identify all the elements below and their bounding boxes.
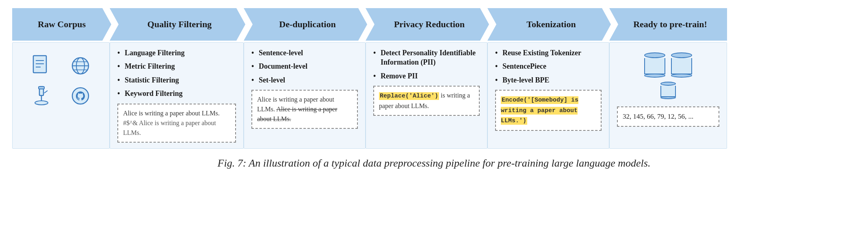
step-privacy-title: Privacy Reduction [394, 19, 465, 30]
document-icon [32, 55, 51, 81]
list-item: Language Filtering [117, 48, 236, 58]
svg-point-14 [72, 88, 89, 104]
microscope-icon [32, 85, 51, 111]
step-privacy-header: Privacy Reduction [366, 8, 489, 41]
svg-point-12 [35, 101, 48, 105]
step-ready: Ready to pre-train! [609, 8, 727, 149]
list-item: Keyword Filtering [117, 89, 236, 98]
cyl-top [644, 52, 665, 58]
step-quality-title: Quality Filtering [147, 19, 212, 30]
cylinder-2 [671, 52, 692, 78]
step-privacy-list: Detect Personality Identifiable Informat… [373, 48, 480, 81]
list-item: SentencePiece [495, 62, 602, 71]
list-item: Detect Personality Identifiable Informat… [373, 48, 480, 67]
ready-numbers-text: 32, 145, 66, 79, 12, 56, ... [623, 113, 693, 120]
list-item: Remove PII [373, 72, 480, 81]
tokenization-example-box: Encode('[Somebody] is writing a paper ab… [495, 90, 602, 131]
step-tokenization-body: Reuse Existing Tokenizer SentencePiece B… [487, 42, 609, 149]
step-raw-body [12, 42, 110, 149]
cyl-top [671, 52, 692, 58]
raw-icons-grid [20, 48, 102, 118]
step-ready-header: Ready to pre-train! [609, 8, 727, 41]
step-dedup-list: Sentence-level Document-level Set-level [251, 48, 358, 85]
list-item: Statistic Filtering [117, 76, 236, 85]
step-ready-body: 32, 145, 66, 79, 12, 56, ... [609, 42, 727, 149]
quality-example-text1: Alice is writing a paper about LLMs. [123, 110, 220, 117]
db-row-bottom [660, 82, 676, 99]
step-privacy-body: Detect Personality Identifiable Informat… [366, 42, 487, 149]
step-tokenization-list: Reuse Existing Tokenizer SentencePiece B… [495, 48, 602, 85]
database-icons [617, 48, 719, 102]
step-ready-title: Ready to pre-train! [633, 19, 707, 30]
dedup-example-box: Alice is writing a paper about LLMs. Ali… [251, 90, 358, 129]
step-dedup-title: De-duplication [279, 19, 336, 30]
cylinder-3 [660, 82, 676, 99]
step-privacy: Privacy Reduction Detect Personality Ide… [366, 8, 487, 149]
step-quality: Quality Filtering Language Filtering Met… [110, 8, 244, 149]
figure-caption: Fig. 7: An illustration of a typical dat… [12, 156, 856, 171]
step-tokenization-title: Tokenization [526, 19, 576, 30]
step-tokenization-header: Tokenization [487, 8, 611, 41]
step-dedup: De-duplication Sentence-level Document-l… [244, 8, 366, 149]
cyl-bottom [644, 74, 665, 78]
quality-example-box: Alice is writing a paper about LLMs. #$^… [117, 104, 236, 143]
step-quality-header: Quality Filtering [110, 8, 245, 41]
pipeline: Raw Corpus [12, 8, 856, 149]
list-item: Byte-level BPE [495, 76, 602, 85]
step-raw-header: Raw Corpus [12, 8, 111, 41]
list-item: Metric Filtering [117, 62, 236, 71]
cyl-body [660, 86, 676, 97]
step-dedup-body: Sentence-level Document-level Set-level … [244, 42, 366, 149]
step-quality-body: Language Filtering Metric Filtering Stat… [110, 42, 244, 149]
privacy-example-box: Replace('Alice') is writing a paper abou… [373, 86, 480, 116]
cyl-body [671, 58, 692, 74]
step-dedup-header: De-duplication [244, 8, 367, 41]
privacy-example-code: Replace('Alice') [379, 92, 439, 100]
svg-rect-10 [39, 87, 44, 89]
list-item: Sentence-level [251, 48, 358, 58]
db-row-top [644, 52, 692, 78]
github-icon [70, 86, 91, 111]
step-raw-title: Raw Corpus [38, 19, 86, 30]
svg-line-13 [44, 91, 48, 93]
step-tokenization: Tokenization Reuse Existing Tokenizer Se… [487, 8, 609, 149]
list-item: Document-level [251, 62, 358, 71]
cyl-bottom [660, 96, 676, 99]
list-item: Reuse Existing Tokenizer [495, 48, 602, 58]
cyl-body [644, 58, 665, 74]
tokenization-example-code: Encode('[Somebody] is writing a paper ab… [501, 96, 578, 125]
cylinder-1 [644, 52, 665, 78]
cyl-bottom [671, 74, 692, 78]
list-item: Set-level [251, 76, 358, 85]
ready-numbers-box: 32, 145, 66, 79, 12, 56, ... [617, 106, 719, 127]
cyl-top [660, 82, 676, 86]
step-quality-list: Language Filtering Metric Filtering Stat… [117, 48, 236, 99]
step-raw: Raw Corpus [12, 8, 110, 149]
quality-example-noise: #$^& Alice is writing a paper about LLMs… [123, 119, 216, 136]
globe-icon [70, 56, 91, 80]
